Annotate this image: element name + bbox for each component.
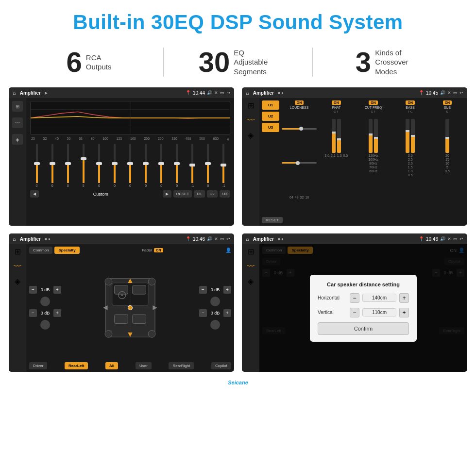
amp-sub-on[interactable]: ON <box>443 100 452 105</box>
spk-rearleft-btn[interactable]: RearLeft <box>65 362 88 369</box>
amp-reset-btn[interactable]: RESET <box>262 217 283 223</box>
dist-sidebar-icon-2[interactable]: 〰 <box>247 262 255 271</box>
spk-minus-1[interactable]: − <box>29 286 37 294</box>
spk-minus-4[interactable]: − <box>199 309 207 317</box>
eq-slider-5[interactable]: 0 <box>92 144 105 187</box>
spk-rearright-btn[interactable]: RearRight <box>169 362 194 369</box>
modal-vertical-minus[interactable]: − <box>350 308 359 317</box>
modal-confirm-button[interactable]: Confirm <box>318 322 409 335</box>
speaker-on-badge[interactable]: ON <box>154 248 163 252</box>
amp-phat-on[interactable]: ON <box>332 100 341 105</box>
amp-preset-u1[interactable]: U1 <box>262 100 279 110</box>
amp-preset-u3[interactable]: U3 <box>262 123 279 132</box>
watermark-text: Seicane <box>228 380 248 385</box>
modal-vertical-plus[interactable]: + <box>399 308 409 317</box>
eq-u2-btn[interactable]: U2 <box>207 190 218 198</box>
amp-cutfreq-on[interactable]: ON <box>369 100 378 105</box>
speaker-tab-specialty[interactable]: Specialty <box>54 247 79 254</box>
dist-sidebar-icon-1[interactable]: ⊞ <box>248 247 254 256</box>
amp-cutfreq-slider-1[interactable] <box>369 119 373 153</box>
back-icon: ↩ <box>226 90 230 95</box>
eq-bottom-bar: ◀ Custom ▶ RESET U1 U2 U3 <box>30 190 230 198</box>
home-icon[interactable]: ⌂ <box>13 90 16 96</box>
spk-copilot-btn[interactable]: Copilot <box>211 362 231 369</box>
eq-reset-btn[interactable]: RESET <box>173 190 192 198</box>
modal-vertical-value: 110cm <box>362 308 396 316</box>
spk-user-btn[interactable]: User <box>136 362 152 369</box>
speaker-vol-icon: 🔊 <box>207 236 212 241</box>
eq-slider-11[interactable]: -1 <box>186 144 199 187</box>
loudness-slider-1[interactable] <box>282 128 317 130</box>
amp-phat-slider-1[interactable] <box>332 119 336 153</box>
spk-sidebar-icon-3[interactable]: ◈ <box>15 277 20 286</box>
amp-loudness-on[interactable]: ON <box>295 100 304 105</box>
amp-cutfreq-sliders <box>369 114 378 153</box>
spk-all-btn[interactable]: All <box>105 362 118 369</box>
eq-slider-12[interactable]: 0 <box>202 144 215 187</box>
eq-main: 25 32 40 50 63 80 100 125 160 200 250 32… <box>26 98 234 226</box>
amp-cutfreq-title: CUT FREQ <box>365 106 382 109</box>
eq-slider-10[interactable]: 0 <box>170 144 184 187</box>
amp-sidebar-icon-2[interactable]: 〰 <box>247 116 255 125</box>
eq-slider-7[interactable]: 0 <box>123 144 136 187</box>
sidebar-icon-speaker[interactable]: ◈ <box>12 134 23 145</box>
speaker-back-icon: ↩ <box>226 236 230 241</box>
eq-slider-13[interactable]: -1 <box>217 144 230 187</box>
spk-driver-btn[interactable]: Driver <box>29 362 47 369</box>
spk-plus-2[interactable]: + <box>53 309 61 317</box>
spk-plus-4[interactable]: + <box>223 309 231 317</box>
amp-body: ⊞ 〰 ◈ U1 U2 U3 ON LOUDNESS <box>242 98 467 226</box>
spk-right-vol: − 0 dB + − 0 dB + <box>199 256 231 359</box>
speaker-tab-common[interactable]: Common <box>29 247 52 254</box>
eq-slider-3[interactable]: 0 <box>61 144 74 187</box>
eq-body: ⊞ 〰 ◈ <box>9 98 234 226</box>
car-diagram-svg <box>99 271 162 344</box>
speaker-home-icon[interactable]: ⌂ <box>13 236 16 242</box>
amp-sub-slider-1[interactable] <box>445 119 449 153</box>
spk-sidebar-icon-2[interactable]: 〰 <box>14 262 21 271</box>
eq-slider-8[interactable]: 0 <box>139 144 153 187</box>
eq-next-btn[interactable]: ▶ <box>163 190 171 198</box>
watermark: Seicane <box>0 380 476 388</box>
eq-screen-card: ⌂ Amplifier ▶ 📍 10:44 🔊 ✕ ▭ ↩ ⊞ 〰 ◈ <box>9 87 234 226</box>
eq-freq-labels: 25 32 40 50 63 80 100 125 160 200 250 32… <box>30 137 230 142</box>
amp-bass-slider-1[interactable] <box>406 119 409 153</box>
eq-slider-9[interactable]: 0 <box>155 144 168 187</box>
amp-cutfreq-slider-2[interactable] <box>374 119 378 153</box>
sidebar-icon-eq[interactable]: ⊞ <box>12 101 23 112</box>
dist-sidebar-icon-3[interactable]: ◈ <box>248 277 254 286</box>
eq-status-bar: ⌂ Amplifier ▶ 📍 10:44 🔊 ✕ ▭ ↩ <box>9 87 234 98</box>
eq-slider-2[interactable]: 0 <box>46 144 59 187</box>
distance-body: ⊞ 〰 ◈ Common Specialty ON 👤 Driver Copil… <box>242 244 467 372</box>
amp-sidebar-icon-3[interactable]: ◈ <box>248 131 254 140</box>
amp-preset-u2[interactable]: U2 <box>262 112 279 121</box>
amp-status-icons: 📍 10:45 🔊 ✕ ▭ ↩ <box>419 90 463 96</box>
amp-home-icon[interactable]: ⌂ <box>246 90 249 96</box>
spk-sidebar-icon-1[interactable]: ⊞ <box>15 247 21 256</box>
loudness-slider-2[interactable] <box>282 162 317 164</box>
eq-slider-6[interactable]: 0 <box>108 144 121 187</box>
amp-back-icon: ↩ <box>459 90 463 95</box>
modal-horizontal-plus[interactable]: + <box>399 293 409 303</box>
eq-u1-btn[interactable]: U1 <box>194 190 204 198</box>
spk-plus-3[interactable]: + <box>223 286 231 294</box>
amp-phat-slider-2[interactable] <box>337 119 341 153</box>
amp-sidebar-icon-1[interactable]: ⊞ <box>248 101 254 110</box>
eq-u3-btn[interactable]: U3 <box>220 190 230 198</box>
eq-slider-4[interactable]: 5 <box>77 144 90 187</box>
spk-minus-3[interactable]: − <box>199 286 207 294</box>
svg-point-21 <box>105 330 112 337</box>
modal-horizontal-minus[interactable]: − <box>350 293 359 303</box>
dist-back-icon: ↩ <box>459 236 463 241</box>
dist-home-icon[interactable]: ⌂ <box>246 236 249 242</box>
sidebar-icon-wave[interactable]: 〰 <box>12 117 23 128</box>
spk-plus-1[interactable]: + <box>53 286 61 294</box>
speaker-status-dot: ■ ● <box>45 237 51 241</box>
eq-slider-1[interactable]: 0 <box>30 144 43 187</box>
eq-status-icons: ▶ <box>45 91 48 95</box>
amp-bass-slider-2[interactable] <box>411 119 415 153</box>
spk-minus-2[interactable]: − <box>29 309 37 317</box>
modal-horizontal-label: Horizontal <box>318 295 347 300</box>
eq-prev-btn[interactable]: ◀ <box>30 190 39 198</box>
amp-bass-on[interactable]: ON <box>406 100 415 105</box>
